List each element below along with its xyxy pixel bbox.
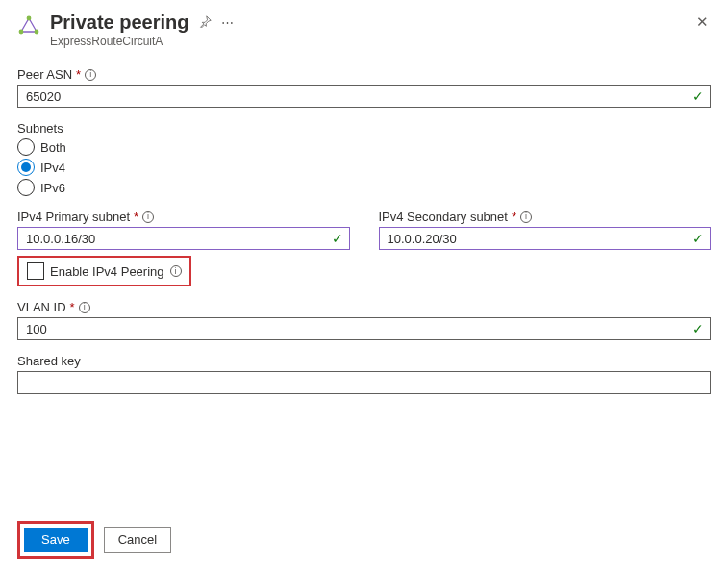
svg-point-1 <box>35 30 39 35</box>
subnets-field: Subnets Both IPv4 IPv6 <box>17 121 711 196</box>
enable-ipv4-label: Enable IPv4 Peering <box>50 264 164 279</box>
ipv4-primary-field: IPv4 Primary subnet * i ✓ <box>17 210 350 250</box>
radio-ipv4[interactable]: IPv4 <box>17 159 711 176</box>
info-icon[interactable]: i <box>85 69 96 81</box>
required-marker: * <box>70 300 75 314</box>
footer-actions: Save Cancel <box>17 521 171 559</box>
more-icon[interactable]: ⋯ <box>221 15 234 30</box>
info-icon[interactable]: i <box>79 302 90 313</box>
radio-ipv6-label: IPv6 <box>40 181 65 195</box>
pin-icon[interactable] <box>199 15 212 31</box>
required-marker: * <box>134 210 138 224</box>
required-marker: * <box>76 67 81 82</box>
ipv4-primary-input[interactable] <box>17 227 350 250</box>
save-highlight: Save <box>17 521 94 559</box>
header: Private peering ⋯ ExpressRouteCircuitA ✕ <box>17 12 711 48</box>
vlan-id-label: VLAN ID <box>17 300 66 314</box>
enable-ipv4-peering-row: Enable IPv4 Peering i <box>17 256 191 286</box>
required-marker: * <box>512 210 516 224</box>
enable-ipv4-checkbox[interactable] <box>27 262 44 280</box>
peer-asn-field: Peer ASN * i ✓ <box>17 67 711 108</box>
shared-key-label: Shared key <box>17 354 81 368</box>
ipv4-primary-label: IPv4 Primary subnet <box>17 210 130 224</box>
radio-both-label: Both <box>40 140 66 155</box>
cancel-button[interactable]: Cancel <box>104 527 171 553</box>
svg-point-0 <box>27 16 32 21</box>
vlan-id-input[interactable] <box>17 317 711 340</box>
vlan-id-field: VLAN ID * i ✓ <box>17 300 711 340</box>
breadcrumb-subtitle: ExpressRouteCircuitA <box>50 35 711 48</box>
page-title: Private peering <box>50 12 189 34</box>
radio-ipv4-label: IPv4 <box>40 161 65 175</box>
peer-asn-label: Peer ASN <box>17 67 72 82</box>
radio-ipv6[interactable]: IPv6 <box>17 179 711 196</box>
info-icon[interactable]: i <box>170 265 182 277</box>
ipv4-secondary-label: IPv4 Secondary subnet <box>379 210 508 224</box>
subnets-label: Subnets <box>17 121 63 136</box>
radio-both[interactable]: Both <box>17 138 711 156</box>
shared-key-field: Shared key <box>17 354 711 394</box>
info-icon[interactable]: i <box>520 211 532 223</box>
close-icon[interactable]: ✕ <box>696 13 709 31</box>
peer-asn-input[interactable] <box>17 85 711 108</box>
shared-key-input[interactable] <box>17 371 711 394</box>
ipv4-secondary-field: IPv4 Secondary subnet * i ✓ <box>379 210 712 250</box>
save-button[interactable]: Save <box>24 528 88 552</box>
svg-point-2 <box>19 30 24 35</box>
info-icon[interactable]: i <box>142 211 154 223</box>
ipv4-secondary-input[interactable] <box>379 227 712 250</box>
peering-logo-icon <box>17 15 40 38</box>
